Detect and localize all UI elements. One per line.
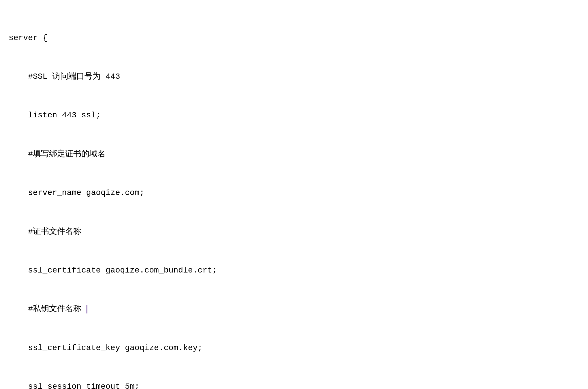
line-8: #私钥文件名称 bbox=[9, 303, 579, 316]
line-5: server_name gaoqize.com; bbox=[9, 187, 579, 200]
line-3: listen 443 ssl; bbox=[9, 109, 579, 122]
line-4: #填写绑定证书的域名 bbox=[9, 148, 579, 161]
line-9: ssl_certificate_key gaoqize.com.key; bbox=[9, 342, 579, 355]
line-7: ssl_certificate gaoqize.com_bundle.crt; bbox=[9, 264, 579, 277]
line-1: server { bbox=[9, 32, 579, 45]
line-10: ssl_session_timeout 5m; bbox=[9, 380, 579, 389]
code-editor: server { #SSL 访问端口号为 443 listen 443 ssl;… bbox=[9, 6, 579, 389]
line-6: #证书文件名称 bbox=[9, 225, 579, 238]
line-2: #SSL 访问端口号为 443 bbox=[9, 70, 579, 83]
text-cursor bbox=[87, 305, 87, 314]
